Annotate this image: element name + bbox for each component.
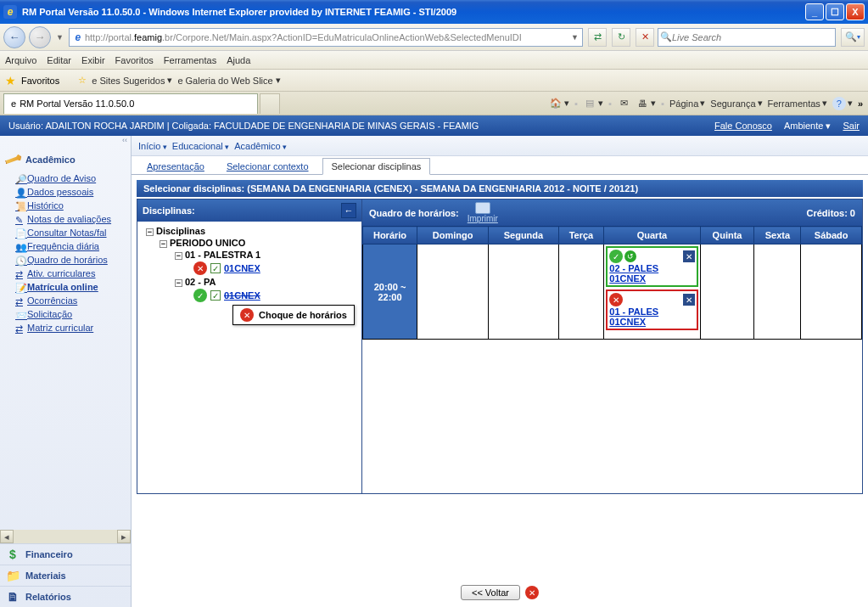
sidebar-item-historico[interactable]: 📜Histórico [0, 199, 131, 212]
stop-button[interactable]: ✕ [636, 28, 654, 47]
folder-icon: 📁 [5, 569, 20, 582]
sidebar-item-dados-pessoais[interactable]: 👤Dados pessoais [0, 185, 131, 199]
tree-palestra-1[interactable]: −01 - PALESTRA 1 [139, 249, 360, 261]
safety-menu[interactable]: Segurança ▾ [710, 98, 762, 109]
sidebar-section-materiais[interactable]: 📁Materiais [0, 565, 131, 586]
sidebar-item-frequencia[interactable]: 👥Frequência diária [0, 239, 131, 253]
menu-favoritos[interactable]: Favoritos [115, 55, 154, 65]
tab-selecionar-contexto[interactable]: Selecionar contexto [218, 159, 317, 174]
fav-sites-sugeridos[interactable]: eSites Sugeridos ▾ [92, 75, 172, 86]
sair-link[interactable]: Sair [843, 121, 860, 131]
checkbox-checked-icon[interactable]: ✓ [210, 263, 221, 273]
menu-ajuda[interactable]: Ajuda [227, 55, 250, 65]
tree-period[interactable]: −PERIODO UNICO [139, 237, 360, 249]
sidebar-item-ativ-curriculares[interactable]: ⇄Ativ. curriculares [0, 267, 131, 280]
search-bar[interactable]: 🔍 [658, 28, 836, 47]
fale-conosco-link[interactable]: Fale Conosco [714, 121, 772, 131]
sidebar-nav-list: 🔎Quadro de Aviso 👤Dados pessoais 📜Histór… [0, 171, 131, 530]
help-button[interactable]: ?▾ [832, 97, 853, 110]
print-button[interactable]: 🖶▾ [636, 97, 656, 110]
nav-icon: 📨 [15, 310, 24, 318]
credits-label: Créditos: 0 [807, 208, 855, 218]
feeds-button[interactable]: ▤▾ [583, 97, 603, 110]
back-button[interactable]: ← [3, 26, 25, 48]
remove-slot-button[interactable]: ✕ [683, 294, 695, 306]
address-dropdown[interactable]: ▼ [571, 33, 579, 42]
sidebar-item-matriz-curricular[interactable]: ⇄Matriz curricular [0, 321, 131, 334]
tree-collapse-button[interactable]: ← [341, 203, 356, 218]
browser-tab-row: e RM Portal Versão 11.0.50.0 🏠▾ ▪ ▤▾ ▪ ✉… [0, 92, 868, 115]
cancel-icon[interactable]: ✕ [525, 586, 539, 599]
compat-view-button[interactable]: ⇄ [588, 28, 607, 47]
ambiente-menu[interactable]: Ambiente ▾ [784, 121, 832, 132]
search-go-button[interactable]: 🔍▾ [841, 28, 865, 47]
voltar-button[interactable]: << Voltar [461, 585, 520, 600]
address-input[interactable] [522, 30, 569, 45]
sidebar-item-matricula-online[interactable]: 📝Matrícula online [0, 280, 131, 294]
minimize-button[interactable]: _ [805, 3, 824, 20]
page-menu[interactable]: Página ▾ [669, 98, 705, 109]
swap-icon[interactable]: ↺ [624, 250, 636, 262]
slot-link-line1[interactable]: 01 - PALES [609, 306, 658, 317]
print-link[interactable]: Imprimir [468, 214, 498, 223]
address-bar[interactable]: e http://portal.feamig.br/Corpore.Net/Ma… [69, 28, 583, 47]
tab-selecionar-disciplinas[interactable]: Selecionar disciplinas [322, 158, 431, 175]
expander-icon[interactable]: − [160, 240, 167, 248]
fav-webslice[interactable]: eGaleria do Web Slice ▾ [177, 75, 280, 86]
slot-link-line1[interactable]: 02 - PALES [609, 263, 658, 273]
nav-history-dropdown[interactable]: ▼ [56, 33, 64, 42]
search-input[interactable] [672, 30, 833, 45]
tree-palestra-2[interactable]: −02 - PA [139, 276, 360, 288]
sidebar-collapse-handle[interactable]: ‹‹ [0, 136, 131, 148]
close-button[interactable]: X [846, 3, 865, 20]
maximize-button[interactable]: ☐ [826, 3, 844, 20]
url-domain: feamig [134, 32, 162, 42]
crumb-educacional[interactable]: Educacional [172, 141, 229, 151]
crumb-inicio[interactable]: Início [138, 141, 167, 151]
scroll-left-arrow[interactable]: ◂ [0, 530, 14, 543]
slot-link-line2[interactable]: 01CNEX [609, 317, 646, 327]
sidebar-item-quadro-horarios[interactable]: 🕓Quadro de horários [0, 253, 131, 267]
sidebar-item-quadro-aviso[interactable]: 🔎Quadro de Aviso [0, 171, 131, 185]
favorites-star-icon[interactable]: ★ [5, 74, 16, 87]
col-quinta: Quinta [700, 227, 754, 244]
nav-icon: ⇄ [15, 296, 24, 305]
remove-slot-button[interactable]: ✕ [683, 250, 695, 262]
crumb-academico[interactable]: Acadêmico [234, 141, 287, 151]
favorites-label[interactable]: Favoritos [21, 76, 59, 86]
nav-icon: 🔎 [15, 174, 24, 183]
sidebar-item-notas-avaliacoes[interactable]: ✎Notas de avaliações [0, 212, 131, 226]
print-schedule[interactable]: Imprimir [468, 202, 498, 223]
menu-exibir[interactable]: Exibir [81, 55, 105, 65]
sidebar-section-relatorios[interactable]: 🗎Relatórios [0, 586, 131, 607]
menu-arquivo[interactable]: Arquivo [5, 55, 36, 65]
chevron-overflow[interactable]: » [858, 98, 863, 109]
tab-apresentacao[interactable]: Apresentação [138, 159, 213, 174]
expander-icon[interactable]: − [175, 279, 182, 287]
turma-link-01cnex-2[interactable]: 01CNEX [224, 290, 260, 301]
checkbox-checked-icon[interactable]: ✓ [210, 290, 221, 301]
browser-tab[interactable]: e RM Portal Versão 11.0.50.0 [3, 93, 258, 114]
tools-menu[interactable]: Ferramentas ▾ [768, 98, 827, 109]
refresh-button[interactable]: ↻ [612, 28, 630, 47]
forward-button[interactable]: → [29, 26, 51, 48]
sidebar-header-academico[interactable]: Acadêmico [0, 148, 131, 171]
home-button[interactable]: 🏠▾ [549, 97, 569, 110]
menu-editar[interactable]: Editar [47, 55, 71, 65]
sidebar-item-ocorrencias[interactable]: ⇄Ocorrências [0, 294, 131, 307]
menu-ferramentas[interactable]: Ferramentas [164, 55, 216, 65]
new-tab-button[interactable] [260, 93, 280, 114]
sidebar-item-solicitacao[interactable]: 📨Solicitação [0, 307, 131, 321]
expander-icon[interactable]: − [146, 228, 154, 236]
scroll-right-arrow[interactable]: ▸ [117, 530, 131, 543]
sidebar-section-financeiro[interactable]: $Financeiro [0, 543, 131, 565]
sidebar-item-consultar-notas[interactable]: 📄Consultar Notas/fal [0, 226, 131, 239]
expander-icon[interactable]: − [175, 252, 182, 260]
add-favorite-icon[interactable]: ☆ [78, 75, 87, 86]
mail-button[interactable]: ✉ [617, 97, 630, 110]
nav-icon: 📜 [15, 201, 24, 210]
tree-root[interactable]: −Disciplinas [139, 225, 360, 237]
slot-link-line2[interactable]: 01CNEX [609, 273, 646, 284]
turma-link-01cnex-1[interactable]: 01CNEX [224, 263, 260, 273]
sidebar-hscroll[interactable]: ◂ ▸ [0, 530, 131, 543]
